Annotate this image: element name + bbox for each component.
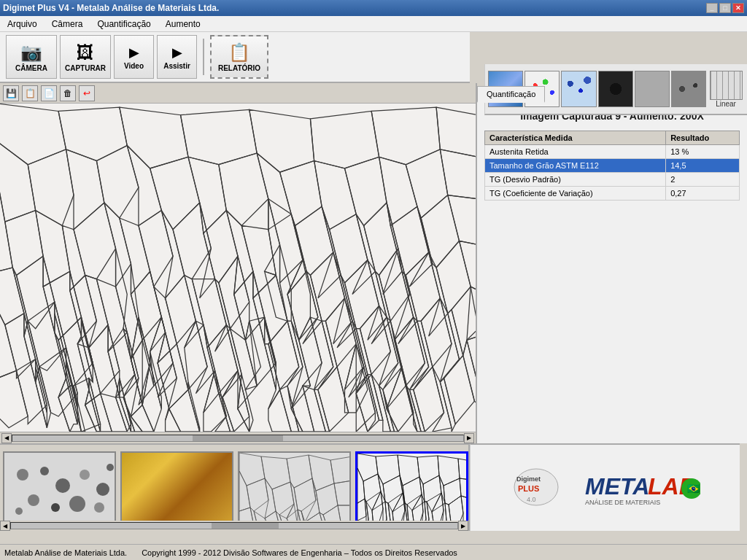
scrollbar-thumb[interactable] [193,435,283,441]
svg-point-213 [55,478,70,493]
camera-label: CÂMERA [15,64,47,72]
quantification-content: Imagem Capturada 9 - Aumento: 200X Carac… [477,103,747,443]
window-controls: _ □ ✕ [706,3,744,13]
svg-text:🇧🇷: 🇧🇷 [687,483,700,495]
window-title: Digimet Plus V4 - Metalab Análise de Mat… [3,3,219,13]
scrollbar-track[interactable] [12,435,464,442]
right-panel: Quantificação Informações da Metalografi… [477,83,747,443]
main-image-display [0,104,476,432]
close-button[interactable]: ✕ [732,3,744,13]
tab-quantificacao[interactable]: Quantificação [477,86,545,103]
save-tool-button[interactable]: 💾 [3,85,19,101]
thumb-bottom-2[interactable] [120,451,233,524]
svg-point-214 [80,470,90,480]
thumb-bottom-4-selected[interactable] [355,451,468,524]
results-table: Característica Medida Resultado Austenit… [484,131,740,201]
cell-characteristic: Austenita Retida [485,145,666,159]
camera-icon: 📷 [20,42,42,63]
report-button[interactable]: 📋 RELATÓRIO [210,35,268,79]
svg-point-211 [17,469,28,481]
thumb-top-3[interactable] [561,71,596,107]
copy-tool-button[interactable]: 📋 [22,85,38,101]
camera-button[interactable]: 📷 CÂMERA [6,35,57,79]
svg-point-220 [15,508,23,515]
video-icon: ▶ [129,44,139,61]
menu-aumento[interactable]: Aumento [161,18,205,31]
thumb-scroll-left[interactable]: ◀ [0,521,10,531]
status-left: Metalab Análise de Materiais Ltda. [4,548,127,557]
thumb-top-4[interactable] [598,71,633,107]
minimize-button[interactable]: _ [706,3,718,13]
thumb-scroll-right[interactable]: ▶ [458,521,468,531]
toolbar: 📷 CÂMERA 🖼 CAPTURAR ▶ Video ▶ Assistir 📋… [0,32,470,83]
svg-text:4.0: 4.0 [527,496,536,503]
scroll-left-arrow[interactable]: ◀ [1,433,12,443]
thumb-bottom-1[interactable] [3,451,116,524]
table-row[interactable]: TG (Desvio Padrão) 2 [485,173,740,187]
thumb-top-5[interactable] [635,71,670,107]
maximize-button[interactable]: □ [719,3,731,13]
cell-characteristic: TG (Desvio Padrão) [485,173,666,187]
svg-text:ANÁLISE DE MATERIAIS: ANÁLISE DE MATERIAIS [585,499,660,506]
menu-quantificacao[interactable]: Quantificação [93,18,155,31]
image-toolbar: 💾 📋 📄 🗑 ↩ [0,83,476,104]
col-characteristic: Característica Medida [485,131,666,145]
cell-result: 0,27 [666,187,740,201]
thumb-scrollbar-track[interactable] [10,522,458,529]
delete-tool-button[interactable]: 🗑 [60,85,76,101]
svg-text:Digimet: Digimet [516,475,541,483]
capture-button[interactable]: 🖼 CAPTURAR [60,35,111,79]
capture-label: CAPTURAR [65,64,106,72]
col-result: Resultado [666,131,740,145]
title-bar: Digimet Plus V4 - Metalab Análise de Mat… [0,0,747,16]
cell-characteristic: Tamanho de Grão ASTM E112 [485,159,666,173]
svg-point-219 [94,502,104,513]
svg-point-215 [96,483,109,496]
scroll-right-arrow[interactable]: ▶ [464,433,474,443]
svg-point-218 [69,496,85,512]
digimet-logo: Digimet PLUS 4.0 [511,465,569,511]
paste-tool-button[interactable]: 📄 [41,85,57,101]
status-right: Copyright 1999 - 2012 Divisão Softwares … [142,548,457,557]
thumb-top-6[interactable] [671,71,706,107]
bottom-area: ◀ ▶ Digimet PLUS 4.0 META LAB ANÁLISE DE… [0,443,747,531]
svg-text:META: META [585,473,649,499]
svg-point-212 [40,467,49,475]
menu-arquivo[interactable]: Arquivo [3,18,42,31]
report-icon: 📋 [228,42,250,63]
thumb-scrollbar[interactable]: ◀ ▶ [0,521,468,531]
thumb-scrollbar-thumb[interactable] [212,523,279,529]
cell-result: 13 % [666,145,740,159]
toolbar-separator [203,39,204,75]
cell-result: 14,5 [666,159,740,173]
status-bar: Metalab Análise de Materiais Ltda. Copyr… [0,544,747,560]
cell-characteristic: TG (Coeficiente de Variação) [485,187,666,201]
capture-icon: 🖼 [77,42,94,63]
metalab-logo: META LAB ANÁLISE DE MATERIAIS 🇧🇷 [584,467,700,509]
undo-tool-button[interactable]: ↩ [79,85,95,101]
thumb-bottom-3[interactable] [238,451,351,524]
logos-panel: Digimet PLUS 4.0 META LAB ANÁLISE DE MAT… [470,443,740,531]
report-label: RELATÓRIO [218,64,260,72]
svg-rect-222 [239,453,351,524]
cell-result: 2 [666,173,740,187]
assist-label: Assistir [163,62,190,70]
assist-button[interactable]: ▶ Assistir [157,35,197,79]
table-row-selected[interactable]: Tamanho de Grão ASTM E112 14,5 [485,159,740,173]
svg-text:PLUS: PLUS [518,484,539,493]
menu-bar: Arquivo Câmera Quantificação Aumento [0,16,747,32]
image-panel: 💾 📋 📄 🗑 ↩ [0,83,477,443]
grain-boundary-image [0,104,476,432]
menu-camera[interactable]: Câmera [47,18,88,31]
video-button[interactable]: ▶ Video [114,35,154,79]
thumb-top-ruler[interactable] [710,71,743,100]
svg-point-217 [51,503,60,512]
assist-icon: ▶ [172,44,182,61]
table-row[interactable]: Austenita Retida 13 % [485,145,740,159]
thumbnail-strip-bottom [0,443,468,531]
svg-point-221 [107,464,114,471]
linear-label: Linear [708,100,744,108]
video-label: Video [124,62,144,70]
table-row[interactable]: TG (Coeficiente de Variação) 0,27 [485,187,740,201]
image-h-scrollbar[interactable]: ◀ ▶ [0,432,476,443]
